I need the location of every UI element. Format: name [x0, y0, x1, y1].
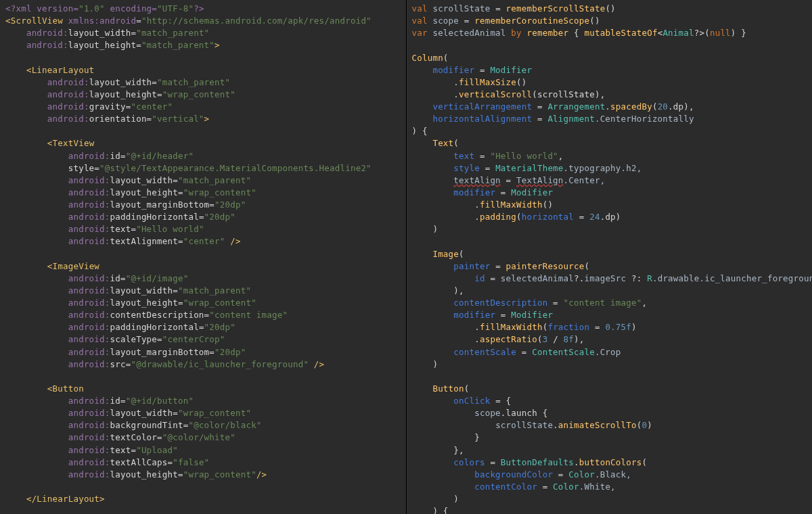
- xml-pane[interactable]: <?xml version="1.0" encoding="UTF-8"?> <…: [0, 0, 406, 514]
- code-editor-split: <?xml version="1.0" encoding="UTF-8"?> <…: [0, 0, 812, 514]
- kotlin-code[interactable]: val scrollState = rememberScrollState() …: [412, 3, 807, 514]
- kotlin-pane[interactable]: val scrollState = rememberScrollState() …: [407, 0, 813, 514]
- xml-code[interactable]: <?xml version="1.0" encoding="UTF-8"?> <…: [5, 3, 401, 514]
